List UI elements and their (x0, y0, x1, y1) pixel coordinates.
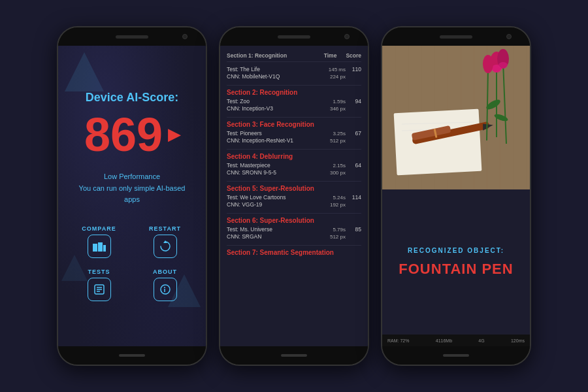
phone-3: RECOGNIZED OBJECT: FOUNTAIN PEN RAM: 72%… (381, 26, 531, 366)
speaker-1 (116, 35, 148, 39)
status-ram: RAM: 72% (387, 338, 409, 343)
speaker-3 (440, 35, 472, 39)
phone-2-screen: Section 1: Recognition Time Score Test: … (220, 46, 368, 346)
home-indicator-1 (119, 354, 145, 357)
screen-recognition: RECOGNIZED OBJECT: FOUNTAIN PEN RAM: 72%… (382, 46, 530, 346)
divider-4 (227, 181, 361, 182)
status-net: 4G (478, 338, 484, 343)
divider-5 (227, 213, 361, 214)
recognition-image (382, 46, 530, 189)
recognized-label: RECOGNIZED OBJECT: (408, 247, 504, 254)
section-5: Section 5: Super-Resolution Test: We Lov… (227, 185, 361, 208)
tests-icon (88, 278, 111, 301)
col-section-header: Section 1: Recognition (227, 52, 287, 59)
restart-button[interactable]: RESTART (137, 225, 193, 258)
section-1-row-2: CNN: MobileNet-V1Q 224 px (227, 73, 361, 80)
home-indicator-3 (443, 354, 469, 357)
section-6-row-1: Test: Ms. Universe 5.79s 85 (227, 226, 361, 233)
section-4-row-1: Test: Masterpiece 2.15s 64 (227, 162, 361, 169)
phone-3-bottom (382, 346, 530, 365)
section-2: Section 2: Recognition Test: Zoo 1.59s 9… (227, 89, 361, 112)
status-bar-3: RAM: 72% 4116Mb 4G 120ms (382, 335, 530, 346)
section-3: Section 3: Face Recognition Test: Pionee… (227, 121, 361, 144)
svg-marker-0 (65, 52, 104, 91)
section-5-title: Section 5: Super-Resolution (227, 185, 361, 192)
section-2-title: Section 2: Recognition (227, 89, 361, 96)
screen-sections[interactable]: Section 1: Recognition Time Score Test: … (220, 46, 368, 346)
svg-rect-3 (93, 244, 97, 252)
section-headers: Section 1: Recognition Time Score (227, 52, 361, 62)
screen-ai-score: Device AI-Score: 869 ▶ Low Performance Y… (58, 46, 206, 346)
score-arrow-icon: ▶ (168, 127, 180, 142)
camera-2 (344, 34, 350, 39)
phone-2: Section 1: Recognition Time Score Test: … (219, 26, 369, 366)
section-2-row-1: Test: Zoo 1.59s 94 (227, 98, 361, 105)
section-4: Section 4: Deblurring Test: Masterpiece … (227, 153, 361, 176)
section-6-title: Section 6: Super-Resolution (227, 217, 361, 224)
phone-2-top-bar (220, 27, 368, 46)
phone-1-top-bar (58, 27, 206, 46)
ai-score-label: Device AI-Score: (86, 91, 178, 105)
svg-marker-2 (61, 255, 88, 281)
section-7: Section 7: Semantic Segmentation (227, 249, 361, 256)
section-5-row-2: CNN: VGG-19 192 px (227, 201, 361, 208)
status-mem: 4116Mb (436, 338, 452, 343)
camera-1 (182, 34, 188, 39)
section-3-row-2: CNN: Inception-ResNet-V1 512 px (227, 137, 361, 144)
svg-rect-4 (98, 242, 103, 252)
ai-score-value: 869 ▶ (84, 111, 180, 158)
svg-rect-16 (394, 109, 482, 176)
svg-point-31 (483, 55, 493, 73)
section-3-row-1: Test: Pioneers 3.25s 67 (227, 130, 361, 137)
phone-3-screen: RECOGNIZED OBJECT: FOUNTAIN PEN RAM: 72%… (382, 46, 530, 346)
section-7-title: Section 7: Semantic Segmentation (227, 249, 361, 256)
restart-icon (154, 235, 177, 258)
phone-1-bottom (58, 346, 206, 365)
recognition-result-area: RECOGNIZED OBJECT: FOUNTAIN PEN (382, 189, 530, 335)
section-5-row-1: Test: We Love Cartoons 5.24s 114 (227, 194, 361, 201)
divider-2 (227, 117, 361, 118)
section-4-title: Section 4: Deblurring (227, 153, 361, 160)
status-time: 120ms (511, 338, 525, 343)
divider-6 (227, 245, 361, 246)
compare-button[interactable]: COMPARE (71, 225, 127, 258)
svg-rect-5 (103, 245, 106, 252)
camera-3 (506, 34, 512, 39)
phone-1-screen: Device AI-Score: 869 ▶ Low Performance Y… (58, 46, 206, 346)
divider-3 (227, 149, 361, 150)
svg-marker-1 (168, 274, 201, 307)
section-1-row-1: Test: The Life 145 ms 110 (227, 66, 361, 73)
section-6-row-2: CNN: SRGAN 512 px (227, 233, 361, 240)
performance-text: Low Performance You can run only simple … (71, 171, 193, 206)
section-2-row-2: CNN: Inception-V3 346 px (227, 105, 361, 112)
phone-3-top-bar (382, 27, 530, 46)
svg-point-13 (164, 287, 165, 288)
section-6: Section 6: Super-Resolution Test: Ms. Un… (227, 217, 361, 240)
compare-icon (88, 235, 111, 258)
col-time-header: Time (324, 52, 337, 59)
section-3-title: Section 3: Face Recognition (227, 121, 361, 128)
divider-1 (227, 85, 361, 86)
section-1: Test: The Life 145 ms 110 CNN: MobileNet… (227, 66, 361, 80)
col-score-header: Score (346, 52, 361, 59)
phone-1: Device AI-Score: 869 ▶ Low Performance Y… (57, 26, 207, 366)
recognized-object-value: FOUNTAIN PEN (399, 261, 513, 278)
section-4-row-2: CNN: SRONN 9-5-5 300 px (227, 169, 361, 176)
phone-2-bottom (220, 346, 368, 365)
svg-point-30 (498, 62, 508, 69)
home-indicator-2 (281, 354, 307, 357)
speaker-2 (278, 35, 310, 39)
